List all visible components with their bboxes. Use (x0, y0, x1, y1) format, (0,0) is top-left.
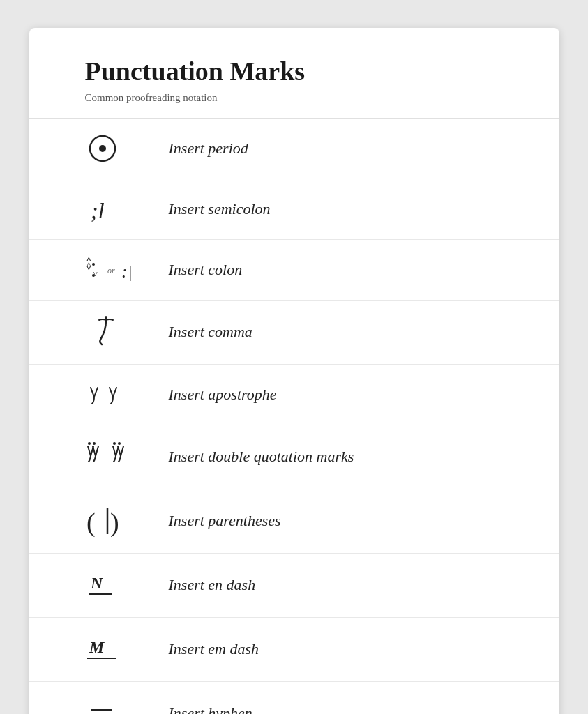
symbol-semicolon: ;l (85, 192, 169, 227)
row-parens: ( ) Insert parentheses (29, 489, 559, 554)
svg-text:N: N (90, 574, 104, 592)
row-period: Insert period (29, 119, 559, 179)
symbol-endash: N (85, 566, 169, 605)
dquote-icon (85, 438, 148, 476)
row-endash: N Insert en dash (29, 554, 559, 618)
label-semicolon: Insert semicolon (169, 200, 518, 218)
svg-point-13 (113, 442, 116, 445)
svg-point-11 (88, 442, 91, 445)
symbol-apostrophe (85, 377, 169, 412)
apostrophe-icon (85, 377, 141, 412)
svg-point-1 (99, 145, 106, 152)
svg-point-12 (93, 442, 96, 445)
comma-icon (85, 313, 127, 351)
symbol-emdash: M (85, 630, 169, 669)
card: Punctuation Marks Common proofreading no… (29, 28, 559, 714)
label-endash: Insert en dash (169, 576, 518, 594)
emdash-icon: M (85, 630, 130, 669)
page-subtitle: Common proofreading notation (85, 92, 518, 104)
svg-text:^: ^ (93, 268, 98, 279)
label-dquote: Insert double quotation marks (169, 448, 518, 466)
svg-point-5 (92, 263, 95, 266)
svg-point-14 (118, 442, 121, 445)
row-comma: Insert comma (29, 301, 559, 365)
row-hyphen: Insert hyphen (29, 682, 559, 714)
symbol-dquote (85, 438, 169, 476)
rows-container: Insert period ;l Insert semicolon ^ ^ (29, 119, 559, 714)
period-icon (85, 131, 120, 166)
symbol-comma (85, 313, 169, 351)
symbol-hyphen (85, 694, 169, 714)
semicolon-icon: ;l (85, 192, 127, 227)
label-colon: Insert colon (169, 261, 518, 279)
page-title: Punctuation Marks (85, 56, 518, 88)
svg-text::|: :| (121, 261, 133, 282)
label-hyphen: Insert hyphen (169, 704, 518, 714)
card-header: Punctuation Marks Common proofreading no… (29, 28, 559, 119)
row-apostrophe: Insert apostrophe (29, 365, 559, 425)
label-emdash: Insert em dash (169, 640, 518, 658)
svg-text:(: ( (86, 508, 96, 538)
endash-icon: N (85, 566, 127, 605)
symbol-colon: ^ ^ ^ ^ or :| (85, 252, 169, 287)
svg-text:or: or (107, 266, 115, 275)
svg-text:M: M (89, 638, 105, 656)
symbol-period (85, 131, 169, 166)
hyphen-icon (85, 694, 127, 714)
colon-icon: ^ ^ ^ ^ or :| (85, 252, 162, 287)
row-emdash: M Insert em dash (29, 618, 559, 682)
label-comma: Insert comma (169, 323, 518, 341)
svg-text:;l: ;l (91, 198, 105, 223)
label-apostrophe: Insert apostrophe (169, 386, 518, 404)
row-semicolon: ;l Insert semicolon (29, 179, 559, 240)
symbol-parens: ( ) (85, 502, 169, 540)
row-colon: ^ ^ ^ ^ or :| Insert colon (29, 240, 559, 301)
label-parens: Insert parentheses (169, 512, 518, 530)
label-period: Insert period (169, 139, 518, 158)
row-dquote: Insert double quotation marks (29, 425, 559, 489)
svg-text:): ) (110, 508, 119, 538)
parens-icon: ( ) (85, 502, 134, 540)
